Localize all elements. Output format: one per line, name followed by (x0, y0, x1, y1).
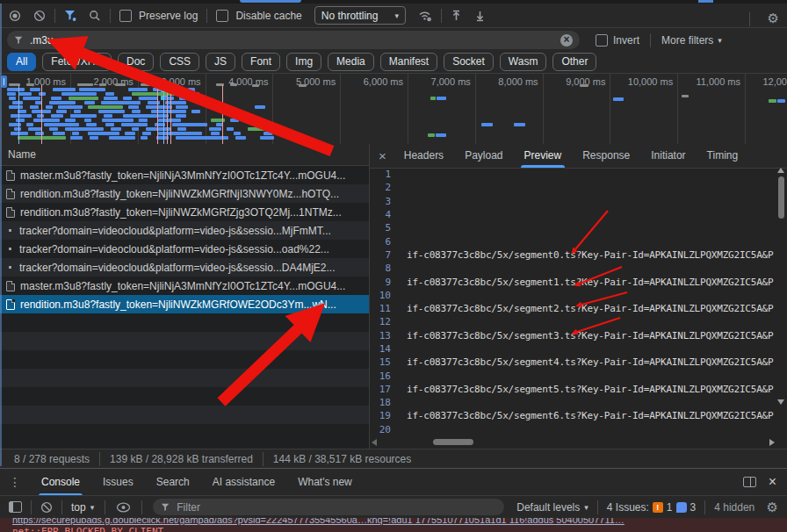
filter-text-input[interactable]: .m3u × (7, 31, 580, 49)
waterfall-bar (26, 123, 33, 126)
filter-chip-doc[interactable]: Doc (118, 53, 154, 71)
scroll-up-icon[interactable] (777, 168, 784, 173)
disable-cache-checkbox[interactable] (216, 10, 228, 22)
page-error-badge-icon: ! (653, 502, 663, 513)
filter-toggle-icon[interactable] (64, 10, 76, 21)
filter-chip-wasm[interactable]: Wasm (500, 53, 547, 71)
console-settings-gear-icon[interactable]: ⚙ (767, 500, 778, 514)
request-row[interactable]: rendition.m3u8?fastly_token=NjliNWZkMGRf… (0, 184, 369, 203)
clear-console-icon[interactable] (40, 501, 53, 514)
waterfall-bar (14, 127, 21, 131)
drawer-menu-icon[interactable]: ⋮ (9, 475, 21, 489)
close-drawer-icon[interactable]: × (769, 474, 776, 490)
waterfall-bar (74, 110, 81, 113)
preview-source-view[interactable]: 1234567if-c08377c3c8bc/5x/segment0.ts?Ke… (370, 168, 787, 449)
clear-filter-icon[interactable]: × (560, 34, 573, 47)
filter-chip-fetch-xhr[interactable]: Fetch/XHR (42, 53, 112, 71)
preserve-log-checkbox[interactable] (119, 10, 132, 22)
line-content: if-c08377c3c8bc/5x/segment0.ts?Key-Pair-… (407, 249, 787, 261)
invert-checkbox[interactable] (596, 34, 608, 47)
more-filters-button[interactable]: More filters ▾ (661, 34, 722, 47)
tab-payload[interactable]: Payload (454, 144, 513, 168)
scroll-down-icon[interactable] (777, 399, 784, 405)
tab-headers[interactable]: Headers (394, 144, 454, 168)
scroll-right-icon[interactable] (769, 439, 775, 446)
resources-size: 144 kB / 38,517 kB resources (273, 453, 411, 465)
throttling-select[interactable]: No throttling ▾ (314, 6, 406, 25)
issues-counter[interactable]: 4 Issues: ! 1 3 (607, 501, 696, 514)
request-name: tracker?domain=videocloud&platform=video… (19, 262, 336, 274)
drawer-tab-console[interactable]: Console (30, 469, 91, 496)
export-har-icon[interactable] (474, 10, 486, 22)
console-filter-placeholder: Filter (177, 501, 200, 514)
waterfall-bar (9, 105, 23, 109)
invert-label: Invert (613, 34, 639, 47)
request-row[interactable]: rendition.m3u8?fastly_token=NjliNWZkMGRf… (0, 295, 369, 313)
waterfall-bar (188, 88, 195, 91)
import-har-icon[interactable] (451, 10, 462, 22)
filter-chip-manifest[interactable]: Manifest (380, 53, 437, 71)
waterfall-bar (158, 119, 181, 122)
clear-network-icon[interactable] (33, 10, 46, 22)
filter-chip-css[interactable]: CSS (160, 53, 199, 71)
line-number: 11 (370, 303, 391, 314)
console-sidebar-icon[interactable] (9, 501, 22, 513)
filter-chip-font[interactable]: Font (242, 53, 280, 71)
record-icon[interactable] (9, 10, 21, 22)
live-expression-eye-icon[interactable] (116, 502, 131, 513)
waterfall-bar (176, 136, 228, 140)
waterfall-bar (142, 132, 151, 135)
request-row[interactable]: master.m3u8?fastly_token=NjliNjA3MmNfYzI… (0, 277, 369, 295)
waterfall-bar (105, 123, 114, 126)
dock-panel-icon[interactable] (743, 477, 756, 487)
close-details-icon[interactable]: × (379, 148, 386, 163)
overview-handle[interactable] (1, 75, 7, 88)
drawer-tab-whats-new[interactable]: What's new (286, 469, 364, 496)
drawer-tab-search[interactable]: Search (145, 469, 201, 496)
request-row[interactable]: tracker?domain=videocloud&platform=video… (0, 221, 369, 240)
request-row[interactable]: master.m3u8?fastly_token=NjliNjA3MmNfYzI… (0, 166, 369, 184)
log-levels-select[interactable]: Default levels ▾ (516, 501, 588, 514)
filter-chip-socket[interactable]: Socket (444, 53, 494, 71)
tab-preview[interactable]: Preview (514, 144, 573, 168)
document-icon (6, 281, 15, 291)
filter-chip-js[interactable]: JS (206, 53, 235, 71)
drawer-tab-issues[interactable]: Issues (91, 469, 145, 496)
code-line: 14 (370, 342, 787, 356)
settings-gear-icon[interactable]: ⚙ (768, 11, 779, 25)
waterfall-bar (30, 105, 39, 109)
filter-chip-all[interactable]: All (7, 53, 36, 71)
filter-chip-media[interactable]: Media (328, 53, 374, 71)
search-icon[interactable] (89, 10, 101, 22)
drawer-tab-ai-assistance[interactable]: AI assistance (201, 469, 286, 496)
vertical-scrollbar[interactable] (776, 169, 786, 412)
filter-chip-img[interactable]: Img (286, 53, 321, 71)
tab-response[interactable]: Response (572, 144, 640, 168)
blocked-request-link[interactable]: https://securepubads.g.doubleclick.net/g… (12, 518, 787, 525)
network-overview[interactable]: 1,000 ms2,000 ms3,000 ms4,000 ms5,000 ms… (0, 74, 787, 145)
waterfall-bar (299, 84, 307, 87)
waterfall-bar (230, 119, 239, 122)
hidden-messages-count[interactable]: 4 hidden (714, 501, 755, 514)
line-number: 2 (370, 182, 391, 193)
scroll-left-icon[interactable] (372, 439, 377, 446)
tab-timing[interactable]: Timing (697, 144, 749, 168)
overview-gridline (543, 74, 544, 144)
request-row-empty (0, 406, 369, 424)
tab-initiator[interactable]: Initiator (640, 144, 696, 168)
waterfall-bar (237, 114, 249, 118)
filter-chip-other[interactable]: Other (552, 53, 596, 71)
execution-context-select[interactable]: top ▾ (71, 501, 94, 514)
name-column-header[interactable]: Name (0, 144, 369, 166)
vertical-scroll-thumb[interactable] (778, 176, 784, 219)
line-content: if-c08377c3c8bc/5x/segment3.ts?Key-Pair-… (407, 330, 787, 341)
network-conditions-icon[interactable] (418, 10, 432, 22)
console-filter-input[interactable]: Filter (153, 499, 504, 515)
horizontal-scrollbar[interactable] (372, 437, 775, 448)
request-row[interactable]: tracker?domain=videocloud&platform=video… (0, 240, 369, 258)
line-number: 3 (370, 196, 391, 207)
request-row[interactable]: tracker?domain=videocloud&platform=video… (0, 258, 369, 277)
horizontal-scroll-thumb[interactable] (433, 439, 473, 445)
load-event-line (157, 85, 158, 144)
request-row[interactable]: rendition.m3u8?fastly_token=NjliNWZkMGRf… (0, 203, 369, 221)
